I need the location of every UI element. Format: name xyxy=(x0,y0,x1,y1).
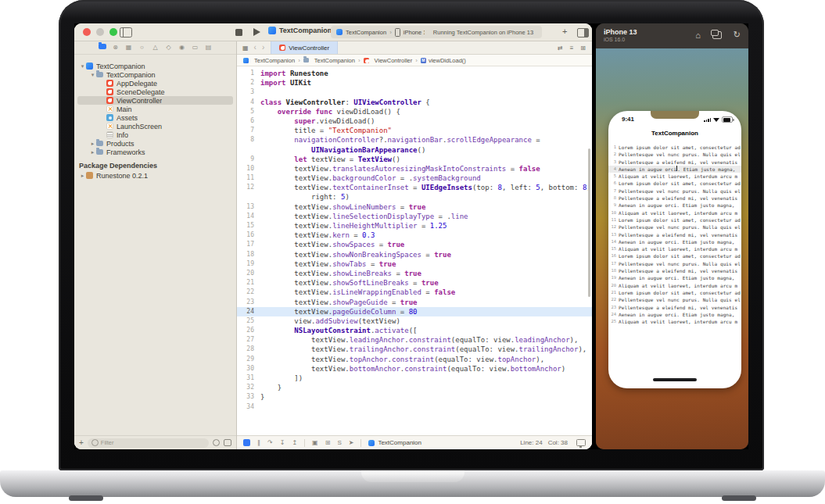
code-line-10[interactable]: 10 textView.translatesAutoresizingMaskIn… xyxy=(237,164,592,173)
add-file-button[interactable]: + xyxy=(79,436,84,449)
code-line-34[interactable]: 34 xyxy=(237,402,592,412)
code-line-15[interactable]: 15 textView.lineHeightMultiplier = 1.25 xyxy=(237,221,592,231)
tree-item-assets[interactable]: Assets xyxy=(77,113,233,122)
code-line-19[interactable]: 19 textView.showTabs = true xyxy=(237,259,592,269)
debug-process-chip[interactable]: TextCompanion xyxy=(368,439,421,446)
disclosure-closed-icon[interactable]: ▸ xyxy=(79,173,86,179)
phone-text-line-19[interactable]: 19Aenean in augue orci. Etiam justo magn… xyxy=(608,274,741,281)
tree-item-scenedelegate[interactable]: SceneDelegate xyxy=(77,88,233,96)
phone-text-line-16[interactable]: 16Lorem ipsum dolor sit amet, consectetu… xyxy=(608,252,741,259)
editor-scrollbar[interactable] xyxy=(588,148,590,297)
phone-text-line-8[interactable]: 8Pellentesque a eleifend mi, vel venenat… xyxy=(608,195,741,202)
code-area[interactable]: 1import Runestone2import UIKit34class Vi… xyxy=(237,66,592,435)
code-line-20[interactable]: 20 textView.showLineBreaks = true xyxy=(237,269,592,278)
phone-text-line-6[interactable]: 6Lorem ipsum dolor sit amet, consectetur… xyxy=(608,180,741,187)
code-line-30[interactable]: 30 textView.bottomAnchor.constraint(equa… xyxy=(237,364,592,374)
app-text-view[interactable]: 1Lorem ipsum dolor sit amet, consectetur… xyxy=(608,144,741,325)
code-line-24[interactable]: 24 textView.pageGuideColumn = 80 xyxy=(237,307,592,316)
code-line-7[interactable]: 7 title = "TextCompanion" xyxy=(237,126,592,135)
phone-text-line-1[interactable]: 1Lorem ipsum dolor sit amet, consectetur… xyxy=(608,144,741,151)
disclosure-open-icon[interactable]: ▾ xyxy=(79,63,86,70)
pause-icon[interactable]: ∥ xyxy=(257,439,260,446)
breadcrumb-item-textcompanion[interactable]: TextCompanion xyxy=(243,57,295,64)
code-review-icon[interactable]: ⇄ xyxy=(558,45,563,52)
test-navigator-icon[interactable]: ◇ xyxy=(163,41,174,54)
phone-text-line-5[interactable]: 5Aliquam at velit laoreet, interdum arcu… xyxy=(608,173,741,180)
code-line-wrap[interactable]: UINavigationBarAppearance() xyxy=(237,145,592,155)
code-line-13[interactable]: 13 textView.showLineNumbers = true xyxy=(237,202,592,212)
recent-files-icon[interactable] xyxy=(213,439,220,446)
breadcrumb-item-viewcontroller[interactable]: ViewController xyxy=(364,57,413,64)
code-line-29[interactable]: 29 textView.topAnchor.constraint(equalTo… xyxy=(237,355,592,364)
adjust-editor-options-icon[interactable]: ≡ xyxy=(570,45,574,52)
find-navigator-icon[interactable]: ○ xyxy=(137,41,147,54)
phone-text-line-17[interactable]: 17Pellentesque vel nunc purus. Nulla qui… xyxy=(608,260,741,267)
code-line-5[interactable]: 5 override func viewDidLoad() { xyxy=(237,107,592,116)
tree-item-info[interactable]: Info xyxy=(77,130,233,139)
view-debugger-icon[interactable]: ▣ xyxy=(312,439,318,446)
tree-item-appdelegate[interactable]: AppDelegate xyxy=(77,79,233,88)
code-line-17[interactable]: 17 textView.showSpaces = true xyxy=(237,240,592,249)
activity-viewer[interactable]: Running TextCompanion on iPhone 13 xyxy=(425,26,542,38)
tree-item-products[interactable]: ▸Products xyxy=(77,139,233,148)
phone-text-line-21[interactable]: 21Lorem ipsum dolor sit amet, consectetu… xyxy=(608,289,741,296)
source-control-navigator-icon[interactable]: ⊗ xyxy=(110,41,120,54)
code-line-22[interactable]: 22 textView.isLineWrappingEnabled = fals… xyxy=(237,288,592,297)
disclosure-closed-icon[interactable]: ▸ xyxy=(89,149,96,155)
code-line-12[interactable]: 12 textView.textContainerInset = UIEdgeI… xyxy=(237,183,592,192)
phone-text-line-3[interactable]: 3Pellentesque a eleifend mi, vel venenat… xyxy=(608,159,741,166)
home-icon[interactable]: ⌂ xyxy=(695,30,701,40)
phone-text-line-11[interactable]: 11Lorem ipsum dolor sit amet, consectetu… xyxy=(608,216,741,223)
display-icon[interactable] xyxy=(576,439,586,446)
disclosure-open-icon[interactable]: ▾ xyxy=(89,72,96,78)
tree-item-viewcontroller[interactable]: ViewController xyxy=(77,96,233,105)
tree-item-textcompanion[interactable]: ▾TextCompanion xyxy=(77,70,233,79)
project-navigator-icon[interactable] xyxy=(97,41,107,54)
code-line-6[interactable]: 6 super.viewDidLoad() xyxy=(237,116,592,126)
phone-text-line-4[interactable]: 4Aenean in augue orci. Etiam justo magna… xyxy=(608,166,741,173)
code-line-2[interactable]: 2import UIKit xyxy=(237,78,592,88)
step-into-icon[interactable]: ↧ xyxy=(280,439,285,446)
debug-navigator-icon[interactable]: ◉ xyxy=(177,41,187,54)
tree-item-frameworks[interactable]: ▸Frameworks xyxy=(77,148,233,156)
breadcrumb-item-textcompanion[interactable]: TextCompanion xyxy=(303,57,355,64)
memory-graph-icon[interactable]: ⊞ xyxy=(325,439,331,446)
code-line-18[interactable]: 18 textView.showNonBreakingSpaces = true xyxy=(237,250,592,259)
code-line-14[interactable]: 14 textView.lineSelectionDisplayType = .… xyxy=(237,212,592,221)
code-line-1[interactable]: 1import Runestone xyxy=(237,69,592,78)
code-line-8[interactable]: 8 navigationController?.navigationBar.sc… xyxy=(237,135,592,145)
phone-text-line-24[interactable]: 24Aenean in augue orci. Etiam justo magn… xyxy=(608,311,741,318)
run-button[interactable] xyxy=(253,28,260,36)
tab-viewcontroller[interactable]: ViewController xyxy=(271,41,338,54)
minimize-button[interactable] xyxy=(96,28,104,36)
code-line-3[interactable]: 3 xyxy=(237,88,592,97)
code-line-25[interactable]: 25 view.addSubview(textView) xyxy=(237,316,592,326)
breadcrumb-item-viewdidload[interactable]: MviewDidLoad() xyxy=(421,57,466,64)
home-indicator[interactable] xyxy=(653,378,697,381)
disclosure-closed-icon[interactable]: ▸ xyxy=(89,141,96,147)
code-line-33[interactable]: 33} xyxy=(237,392,592,402)
code-line-9[interactable]: 9 let textView = TextView() xyxy=(237,155,592,164)
debug-area-toggle-icon[interactable] xyxy=(243,439,250,446)
report-navigator-icon[interactable]: ▤ xyxy=(203,41,213,54)
code-line-27[interactable]: 27 textView.leadingAnchor.constraint(equ… xyxy=(237,335,592,345)
phone-text-line-18[interactable]: 18Pellentesque a eleifend mi, vel venena… xyxy=(608,267,741,274)
code-line-wrap[interactable]: right: 5) xyxy=(237,192,592,202)
phone-text-line-13[interactable]: 13Pellentesque a eleifend mi, vel venena… xyxy=(608,231,741,238)
phone-text-line-22[interactable]: 22Pellentesque vel nunc purus. Nulla qui… xyxy=(608,296,741,303)
tree-item-textcompanion[interactable]: ▾TextCompanion xyxy=(77,62,233,70)
code-line-16[interactable]: 16 textView.kern = 0.3 xyxy=(237,231,592,240)
close-button[interactable] xyxy=(83,28,91,36)
add-editor-icon[interactable]: ⊞ xyxy=(580,45,586,52)
code-line-28[interactable]: 28 textView.trailingAnchor.constraint(eq… xyxy=(237,345,592,354)
phone-text-line-7[interactable]: 7Pellentesque vel nunc purus. Nulla quis… xyxy=(608,188,741,195)
editor-layout-icon[interactable] xyxy=(577,28,589,38)
navigator-toggle-icon[interactable] xyxy=(120,27,132,38)
symbol-navigator-icon[interactable]: ▦ xyxy=(124,41,134,54)
code-line-26[interactable]: 26 NSLayoutConstraint.activate([ xyxy=(237,326,592,335)
phone-text-line-14[interactable]: 14Aenean in augue orci. Etiam justo magn… xyxy=(608,238,741,245)
environment-overrides-icon[interactable]: S xyxy=(337,439,341,446)
related-items-icon[interactable]: ▦ xyxy=(242,45,249,52)
issue-navigator-icon[interactable]: △ xyxy=(150,41,160,54)
rotate-icon[interactable]: ↻ xyxy=(734,30,741,40)
